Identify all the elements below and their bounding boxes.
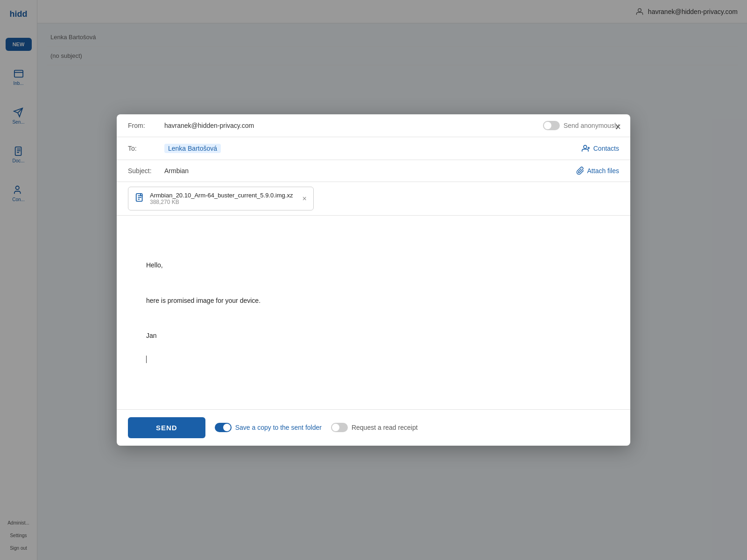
attach-files-button[interactable]: Attach files [576, 167, 619, 175]
send-button[interactable]: SEND [128, 417, 205, 438]
attachment-file-icon [135, 193, 145, 205]
from-label: From: [128, 122, 161, 129]
send-anonymously-label: Send anonymously [564, 122, 619, 129]
modal-footer: SEND Save a copy to the sent folder Requ… [117, 409, 630, 446]
to-label: To: [128, 145, 161, 152]
contacts-button[interactable]: Contacts [581, 144, 619, 153]
from-value: havranek@hidden-privacy.com [164, 122, 539, 129]
attachment-info: Armbian_20.10_Arm-64_buster_current_5.9.… [150, 192, 293, 205]
send-anonymously-toggle-area[interactable]: Send anonymously [543, 121, 619, 130]
save-copy-label: Save a copy to the sent folder [235, 424, 322, 431]
save-copy-toggle[interactable] [215, 423, 232, 432]
text-cursor [146, 356, 147, 363]
attachment-size: 388,270 KB [150, 199, 293, 205]
attachment-chip: Armbian_20.10_Arm-64_buster_current_5.9.… [128, 187, 314, 210]
subject-label: Subject: [128, 167, 161, 175]
send-anonymously-toggle[interactable] [543, 121, 560, 130]
contacts-label: Contacts [593, 145, 619, 152]
read-receipt-label: Request a read receipt [352, 424, 418, 431]
close-button[interactable]: × [615, 122, 621, 132]
save-copy-option[interactable]: Save a copy to the sent folder [215, 423, 322, 432]
to-recipients: Lenka Bartošová [164, 144, 578, 153]
compose-modal: × From: havranek@hidden-privacy.com Send… [117, 114, 630, 446]
modal-overlay: × From: havranek@hidden-privacy.com Send… [0, 0, 747, 560]
attachment-name: Armbian_20.10_Arm-64_buster_current_5.9.… [150, 192, 293, 199]
modal-body: From: havranek@hidden-privacy.com Send a… [117, 114, 630, 409]
read-receipt-option[interactable]: Request a read receipt [331, 423, 418, 432]
from-row: From: havranek@hidden-privacy.com Send a… [117, 114, 630, 137]
attach-files-label: Attach files [587, 167, 619, 175]
compose-body[interactable]: Hello, here is promised image for your d… [117, 216, 630, 409]
subject-value[interactable]: Armbian [164, 167, 572, 175]
attachment-remove-button[interactable]: × [302, 195, 306, 203]
read-receipt-toggle[interactable] [331, 423, 348, 432]
subject-row: Subject: Armbian Attach files [117, 160, 630, 182]
recipient-chip[interactable]: Lenka Bartošová [164, 144, 221, 153]
attachment-area: Armbian_20.10_Arm-64_buster_current_5.9.… [117, 182, 630, 216]
svg-point-4 [584, 146, 587, 149]
to-row: To: Lenka Bartošová Contacts [117, 137, 630, 160]
compose-body-text: Hello, here is promised image for your d… [128, 248, 619, 377]
